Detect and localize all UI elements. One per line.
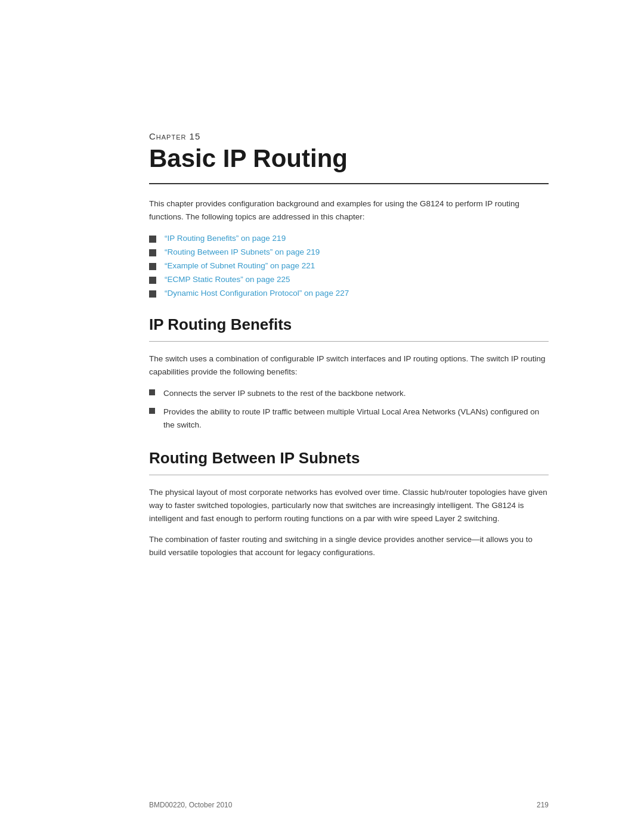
bullet-icon [149,389,155,395]
title-divider [149,183,549,184]
list-item: “Routing Between IP Subnets” on page 219 [149,247,549,256]
content-area: Chapter 15 Basic IP Routing This chapter… [0,0,644,612]
section-1-title: IP Routing Benefits [149,315,549,334]
section-1-bullet-list: Connects the server IP subnets to the re… [149,387,549,432]
toc-bullet-icon [149,290,156,298]
chapter-title: Basic IP Routing [149,145,549,172]
toc-bullet-icon [149,249,156,256]
toc-link-2[interactable]: “Routing Between IP Subnets” on page 219 [165,247,320,256]
toc-link-1[interactable]: “IP Routing Benefits” on page 219 [165,234,286,243]
section-1-divider [149,341,549,342]
toc-link-3[interactable]: “Example of Subnet Routing” on page 221 [165,261,315,270]
section-routing-between-ip-subnets: Routing Between IP Subnets The physical … [149,449,549,559]
toc-link-5[interactable]: “Dynamic Host Configuration Protocol” on… [165,289,349,298]
toc-list: “IP Routing Benefits” on page 219 “Routi… [149,234,549,298]
footer-left: BMD00220, October 2010 [149,801,232,809]
chapter-label: Chapter 15 [149,131,549,141]
list-item: Provides the ability to route IP traffic… [149,405,549,431]
chapter-header: Chapter 15 Basic IP Routing [149,131,549,172]
bullet-text-1: Connects the server IP subnets to the re… [163,387,405,400]
footer-page-number: 219 [537,801,549,809]
list-item: “Example of Subnet Routing” on page 221 [149,261,549,270]
section-2-divider [149,475,549,475]
list-item: “ECMP Static Routes” on page 225 [149,275,549,284]
section-1-intro: The switch uses a combination of configu… [149,352,549,378]
toc-bullet-icon [149,263,156,270]
section-2-para-1: The physical layout of most corporate ne… [149,486,549,525]
toc-bullet-icon [149,277,156,284]
page: Chapter 15 Basic IP Routing This chapter… [0,0,644,833]
section-ip-routing-benefits: IP Routing Benefits The switch uses a co… [149,315,549,431]
toc-bullet-icon [149,236,156,243]
section-2-para-2: The combination of faster routing and sw… [149,533,549,559]
intro-text: This chapter provides configuration back… [149,197,549,223]
section-2-title: Routing Between IP Subnets [149,449,549,467]
list-item: “IP Routing Benefits” on page 219 [149,234,549,243]
bullet-text-2: Provides the ability to route IP traffic… [163,405,549,431]
footer: BMD00220, October 2010 219 [149,801,549,809]
toc-link-4[interactable]: “ECMP Static Routes” on page 225 [165,275,290,284]
list-item: Connects the server IP subnets to the re… [149,387,549,400]
list-item: “Dynamic Host Configuration Protocol” on… [149,289,549,298]
bullet-icon [149,408,155,414]
